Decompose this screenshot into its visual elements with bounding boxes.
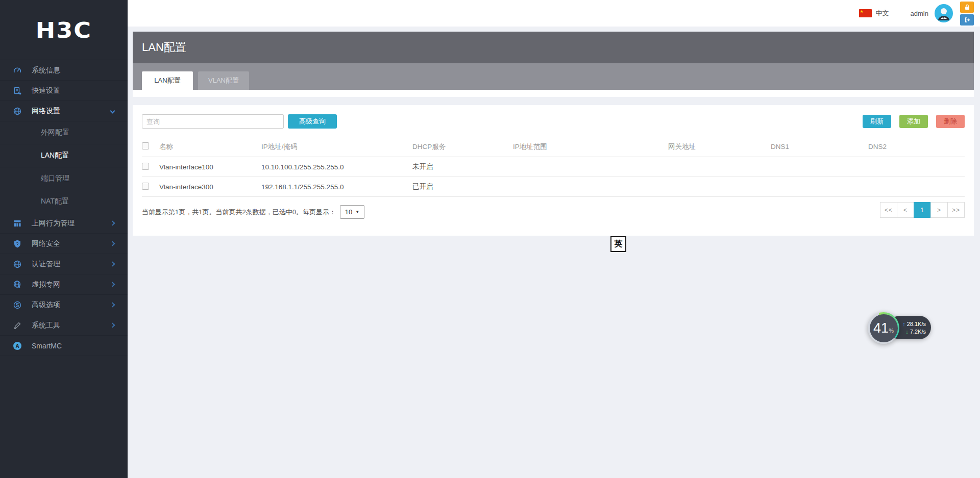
dashboard-icon bbox=[12, 65, 22, 76]
sidebar-item-network-settings[interactable]: 网络设置 bbox=[0, 101, 128, 121]
sidebar-subitem-label: NAT配置 bbox=[41, 197, 69, 206]
sidebar-item-system-info[interactable]: 系统信息 bbox=[0, 60, 128, 81]
table-header-row: 名称 IP地址/掩码 DHCP服务 IP地址范围 网关地址 DNS1 DNS2 bbox=[142, 137, 965, 157]
quick-setup-icon bbox=[12, 86, 22, 96]
sidebar-subitem-nat-config[interactable]: NAT配置 bbox=[0, 190, 128, 213]
delete-button[interactable]: 删除 bbox=[936, 115, 965, 128]
sidebar-item-system-tools[interactable]: 系统工具 bbox=[0, 315, 128, 336]
pagination-bar: 当前显示第1页，共1页。当前页共2条数据，已选中0。每页显示： 10 ▼ << … bbox=[133, 197, 974, 219]
content-panel: 高级查询 刷新 添加 删除 名称 IP地址/掩码 DHCP服务 IP地址范围 网… bbox=[133, 105, 974, 236]
page-title: LAN配置 bbox=[142, 40, 186, 55]
pager-prev-button[interactable]: < bbox=[897, 202, 914, 218]
upload-speed-row: ↑ 28.1K/s bbox=[901, 321, 926, 327]
table-row[interactable]: Vlan-interface100 10.10.100.1/255.255.25… bbox=[142, 157, 965, 177]
download-arrow-icon: ↓ bbox=[905, 329, 909, 335]
pagination-summary: 当前显示第1页，共1页。当前页共2条数据，已选中0。每页显示： bbox=[142, 208, 336, 217]
download-speed-row: ↓ 7.2K/s bbox=[901, 329, 926, 335]
row-checkbox[interactable] bbox=[142, 183, 149, 190]
cpu-gauge[interactable]: 41 % bbox=[868, 312, 899, 344]
toolbar: 高级查询 刷新 添加 删除 bbox=[133, 105, 974, 129]
title-band: LAN配置 bbox=[133, 32, 974, 63]
chevron-right-icon bbox=[110, 241, 115, 246]
cell-dhcp: 未开启 bbox=[412, 162, 513, 171]
pager-first-button[interactable]: << bbox=[880, 202, 897, 218]
cpu-percent-sign: % bbox=[889, 328, 894, 334]
sidebar-item-smartmc[interactable]: A SmartMC bbox=[0, 336, 128, 356]
auth-globe-icon bbox=[12, 259, 22, 269]
sidebar-item-label: 网络安全 bbox=[32, 239, 60, 248]
column-header-name: 名称 bbox=[159, 142, 261, 152]
advanced-globe-icon: S bbox=[12, 300, 22, 310]
sidebar-item-label: 上网行为管理 bbox=[32, 219, 75, 228]
advanced-search-button[interactable]: 高级查询 bbox=[288, 114, 337, 129]
page-size-value: 10 bbox=[345, 208, 352, 216]
search-input[interactable] bbox=[142, 114, 284, 129]
vpn-globe-icon bbox=[12, 280, 22, 290]
pager: << < 1 > >> bbox=[880, 202, 965, 218]
sidebar-item-label: 快速设置 bbox=[32, 86, 60, 95]
refresh-button[interactable]: 刷新 bbox=[863, 115, 891, 128]
pager-page-1-button[interactable]: 1 bbox=[914, 202, 931, 218]
cpu-gauge-core: 41 % bbox=[870, 314, 898, 342]
add-button[interactable]: 添加 bbox=[899, 115, 928, 128]
sidebar-item-label: 系统工具 bbox=[32, 321, 60, 330]
svg-text:S: S bbox=[16, 302, 19, 308]
sidebar-item-label: 认证管理 bbox=[32, 260, 60, 269]
upload-speed-value: 28.1K/s bbox=[907, 321, 926, 327]
pager-next-button[interactable]: > bbox=[930, 202, 948, 218]
sidebar-item-advanced-options[interactable]: S 高级选项 bbox=[0, 295, 128, 315]
sidebar-item-network-security[interactable]: 网络安全 bbox=[0, 234, 128, 254]
language-toggle-badge[interactable]: 英 bbox=[610, 236, 626, 252]
table-row[interactable]: Vlan-interface300 192.168.1.1/255.255.25… bbox=[142, 177, 965, 197]
sidebar-subitem-wan-config[interactable]: 外网配置 bbox=[0, 121, 128, 144]
page-size-select[interactable]: 10 ▼ bbox=[340, 205, 364, 219]
lock-icon[interactable] bbox=[960, 2, 974, 13]
sidebar-subitem-lan-config[interactable]: LAN配置 bbox=[0, 144, 128, 167]
sidebar-item-behavior-management[interactable]: 上网行为管理 bbox=[0, 213, 128, 234]
china-flag-icon: ★ bbox=[859, 9, 872, 17]
sidebar: H3C 系统信息 快速设置 bbox=[0, 0, 128, 478]
column-header-ip-mask: IP地址/掩码 bbox=[261, 142, 412, 152]
cell-ip-mask: 192.168.1.1/255.255.255.0 bbox=[261, 183, 412, 191]
tab-strip bbox=[133, 90, 974, 97]
select-all-checkbox[interactable] bbox=[142, 142, 149, 149]
chevron-right-icon bbox=[110, 323, 115, 328]
tools-icon bbox=[12, 320, 22, 331]
tab-vlan-config[interactable]: VLAN配置 bbox=[198, 71, 249, 90]
column-header-ip-range: IP地址范围 bbox=[513, 142, 668, 152]
globe-icon bbox=[12, 106, 22, 116]
sidebar-item-label: SmartMC bbox=[32, 342, 62, 350]
chevron-right-icon bbox=[110, 221, 115, 226]
sidebar-item-quick-setup[interactable]: 快速设置 bbox=[0, 81, 128, 101]
upload-arrow-icon: ↑ bbox=[902, 321, 905, 327]
pager-last-button[interactable]: >> bbox=[947, 202, 965, 218]
h3c-logo: H3C bbox=[36, 17, 92, 43]
sidebar-item-auth-management[interactable]: 认证管理 bbox=[0, 254, 128, 274]
column-header-dns1: DNS1 bbox=[771, 143, 868, 150]
traffic-monitor-widget[interactable]: ↑ 28.1K/s ↓ 7.2K/s 41 % bbox=[868, 311, 934, 345]
username-label[interactable]: admin bbox=[911, 10, 928, 17]
download-speed-value: 7.2K/s bbox=[910, 329, 926, 335]
sidebar-subitem-label: 端口管理 bbox=[41, 174, 69, 183]
sidebar-item-label: 高级选项 bbox=[32, 300, 60, 310]
tab-lan-config[interactable]: LAN配置 bbox=[142, 71, 193, 90]
sidebar-item-vpn[interactable]: 虚拟专网 bbox=[0, 274, 128, 295]
column-header-gateway: 网关地址 bbox=[668, 142, 771, 152]
chevron-right-icon bbox=[110, 303, 115, 308]
sidebar-item-label: 系统信息 bbox=[32, 66, 60, 75]
sidebar-subitem-port-management[interactable]: 端口管理 bbox=[0, 167, 128, 190]
column-header-dhcp: DHCP服务 bbox=[412, 142, 513, 152]
cell-name: Vlan-interface300 bbox=[159, 183, 261, 191]
topbar-button-stack bbox=[960, 2, 974, 26]
brand-logo: H3C bbox=[0, 0, 128, 60]
language-selector[interactable]: 中文 bbox=[876, 9, 889, 18]
cell-ip-mask: 10.10.100.1/255.255.255.0 bbox=[261, 163, 412, 171]
logout-icon[interactable] bbox=[960, 14, 974, 26]
tab-bar: LAN配置 VLAN配置 bbox=[133, 63, 974, 90]
user-avatar[interactable] bbox=[935, 4, 953, 22]
cell-dhcp: 已开启 bbox=[412, 182, 513, 191]
page-head: LAN配置 LAN配置 VLAN配置 bbox=[133, 32, 974, 97]
sidebar-item-label: 网络设置 bbox=[32, 107, 60, 116]
topbar: ★ 中文 admin bbox=[128, 0, 980, 27]
row-checkbox[interactable] bbox=[142, 163, 149, 170]
